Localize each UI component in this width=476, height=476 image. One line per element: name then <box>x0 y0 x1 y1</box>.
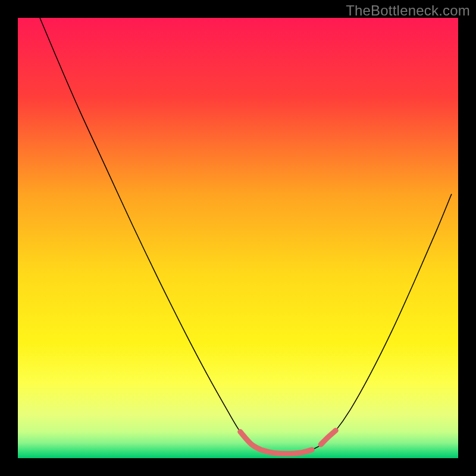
plot-area <box>18 18 458 458</box>
watermark-label: TheBottleneck.com <box>346 2 470 19</box>
chart-frame: TheBottleneck.com <box>0 0 476 476</box>
gradient-background <box>18 18 458 458</box>
bottleneck-chart <box>18 18 458 458</box>
